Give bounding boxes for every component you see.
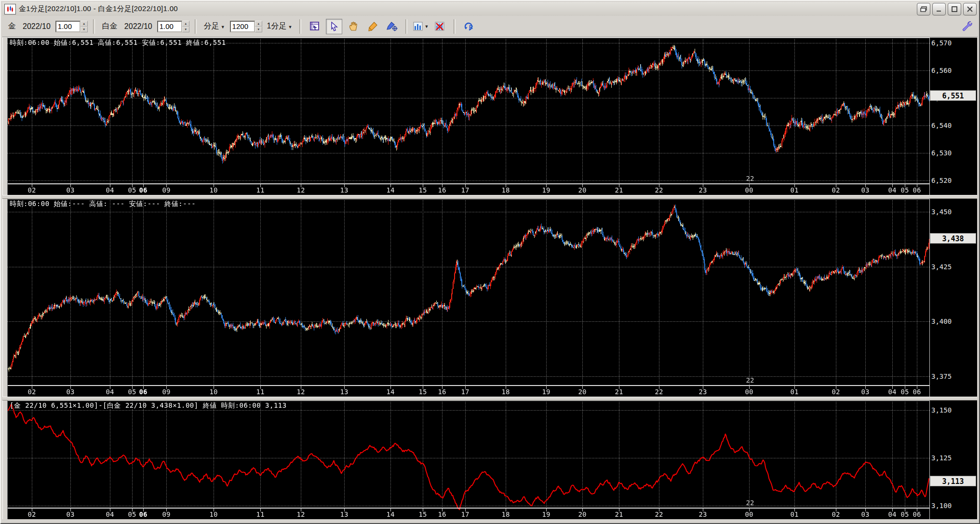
interval-type-dropdown[interactable]: 分足▼ [204, 21, 225, 31]
close-button[interactable] [963, 3, 977, 15]
y-axis-label: 3,375 [931, 372, 952, 380]
gold-month-label: 2022/10 [23, 22, 51, 31]
platinum-price-axis: 3,438 3,4503,4253,4003,375 [930, 199, 977, 397]
reload-button[interactable]: R [461, 19, 477, 34]
panel-splitter[interactable] [2, 397, 977, 400]
panel-grip[interactable] [2, 199, 8, 397]
pencil-icon [367, 21, 378, 32]
y-axis-label: 3,425 [931, 263, 952, 271]
chevron-down-icon: ▼ [425, 24, 429, 29]
spinner-up-button[interactable]: ▲ [182, 21, 189, 27]
platinum-ratio-input[interactable] [157, 21, 182, 32]
draw-line-button[interactable] [364, 19, 381, 34]
app-window: 金1分足[2022/10]1.00 - 白金1分足[2022/10]1.00 金… [0, 0, 980, 524]
ohlc-info-line: 時刻:06:00 始値:6,551 高値:6,551 安値:6,551 終値:6… [10, 39, 226, 47]
spread-plot: [金 22/10 6,551×1.00]-[白金 22/10 3,438×1.0… [8, 400, 930, 519]
minimize-icon [936, 6, 942, 12]
platinum-month-label: 2022/10 [124, 22, 152, 31]
spinner-up-button[interactable]: ▲ [81, 21, 88, 27]
reload-icon: R [463, 21, 475, 32]
cursor-icon [329, 22, 339, 31]
gold-chart-panel: 時刻:06:00 始値:6,551 高値:6,551 安値:6,551 終値:6… [2, 38, 977, 195]
platinum-chart-canvas[interactable] [8, 199, 930, 397]
window-title: 金1分足[2022/10]1.00 - 白金1分足[2022/10]1.00 [19, 4, 178, 14]
gold-symbol-label: 金 [8, 21, 16, 31]
titlebar: 金1分足[2022/10]1.00 - 白金1分足[2022/10]1.00 [2, 2, 978, 16]
svg-text:R: R [469, 24, 473, 30]
y-axis-label: 6,520 [931, 177, 952, 184]
toolbar-separator [195, 19, 197, 34]
chart-type-button[interactable]: ▼ [413, 19, 429, 34]
pan-button[interactable] [345, 19, 362, 34]
marker-crosshair-icon [386, 21, 398, 32]
spread-chart-canvas[interactable] [8, 400, 930, 519]
spread-info-line: [金 22/10 6,551×1.00]-[白金 22/10 3,438×1.0… [10, 401, 287, 410]
draw-marker-button[interactable] [384, 19, 400, 34]
platinum-symbol-label: 白金 [102, 21, 118, 31]
bar-count-spinner: ▲▼ [230, 21, 262, 32]
minimize-button[interactable] [932, 3, 946, 15]
hand-icon [348, 21, 359, 32]
remove-chart-button[interactable] [432, 19, 448, 34]
platinum-ratio-spinner: ▲▼ [157, 21, 189, 32]
panel-grip[interactable] [2, 400, 8, 519]
candlestick-chart-icon [4, 4, 16, 14]
gold-chart-canvas[interactable] [8, 38, 930, 195]
spinner-up-button[interactable]: ▲ [255, 21, 262, 27]
close-icon [967, 6, 973, 12]
gold-ratio-spinner: ▲▼ [55, 21, 88, 32]
chart-area: 時刻:06:00 始値:6,551 高値:6,551 安値:6,551 終値:6… [2, 38, 977, 519]
remove-chart-icon [435, 21, 445, 32]
platinum-chart-panel: 時刻:06:00 始値:--- 高値: --- 安値:--- 終値:--- 3,… [2, 199, 977, 397]
y-axis-label: 3,125 [931, 454, 952, 462]
toolbar-separator [454, 19, 456, 34]
gold-plot: 時刻:06:00 始値:6,551 高値:6,551 安値:6,551 終値:6… [8, 38, 930, 195]
y-axis-label: 6,540 [931, 122, 952, 129]
spinner-down-button[interactable]: ▼ [182, 27, 189, 32]
platinum-plot: 時刻:06:00 始値:--- 高値: --- 安値:--- 終値:--- [8, 199, 930, 397]
current-price-tag: 3,438 [930, 233, 976, 244]
spinner-down-button[interactable]: ▼ [81, 27, 88, 32]
toolbar-separator [93, 19, 95, 34]
timeframe-dropdown[interactable]: 1分足▼ [267, 21, 293, 31]
settings-wrench-button[interactable] [961, 20, 978, 33]
chart-select-button[interactable] [307, 19, 323, 34]
y-axis-label: 3,400 [931, 317, 952, 325]
chevron-down-icon: ▼ [221, 25, 225, 29]
panel-grip[interactable] [2, 38, 8, 195]
y-axis-label: 6,560 [931, 67, 952, 74]
cascade-windows-button[interactable] [917, 3, 930, 15]
chart-select-icon [309, 21, 320, 32]
spread-price-axis: 3,113 3,1503,1253,100 [930, 400, 977, 519]
toolbar: 金 2022/10 ▲▼ 白金 2022/10 ▲▼ 分足▼ ▲▼ 1分足▼ [2, 16, 978, 38]
gold-price-axis: 6,551 6,5706,5606,5506,5406,5306,520 [930, 38, 977, 195]
toolbar-separator [405, 19, 407, 34]
bar-chart-icon [413, 21, 423, 32]
cascade-icon [920, 6, 927, 12]
bar-count-input[interactable] [230, 21, 255, 32]
panel-splitter[interactable] [2, 195, 977, 199]
y-axis-label: 6,570 [931, 39, 952, 47]
gold-ratio-input[interactable] [55, 21, 81, 32]
cursor-button[interactable] [326, 19, 342, 34]
y-axis-label: 3,100 [931, 502, 952, 510]
maximize-icon [952, 6, 957, 12]
spinner-down-button[interactable]: ▼ [255, 27, 262, 32]
chevron-down-icon: ▼ [288, 25, 293, 29]
maximize-button[interactable] [948, 3, 961, 15]
current-price-tag: 6,551 [930, 90, 976, 101]
current-price-tag: 3,113 [930, 476, 976, 486]
toolbar-separator [299, 19, 301, 34]
ohlc-info-line: 時刻:06:00 始値:--- 高値: --- 安値:--- 終値:--- [10, 200, 196, 208]
y-axis-label: 6,530 [931, 149, 952, 157]
wrench-icon [961, 20, 973, 31]
y-axis-label: 3,450 [931, 208, 952, 216]
y-axis-label: 3,150 [931, 406, 952, 414]
spread-chart-panel: [金 22/10 6,551×1.00]-[白金 22/10 3,438×1.0… [2, 400, 977, 519]
